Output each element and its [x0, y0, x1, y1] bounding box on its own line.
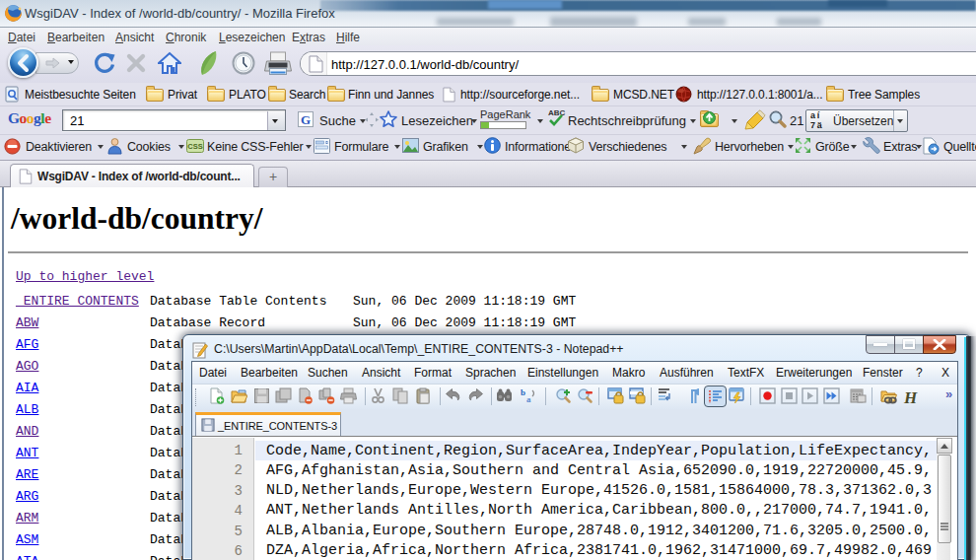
svg-text:CSS: CSS: [187, 142, 202, 151]
svg-text:a: a: [526, 394, 531, 404]
svg-text:b: b: [521, 387, 525, 397]
